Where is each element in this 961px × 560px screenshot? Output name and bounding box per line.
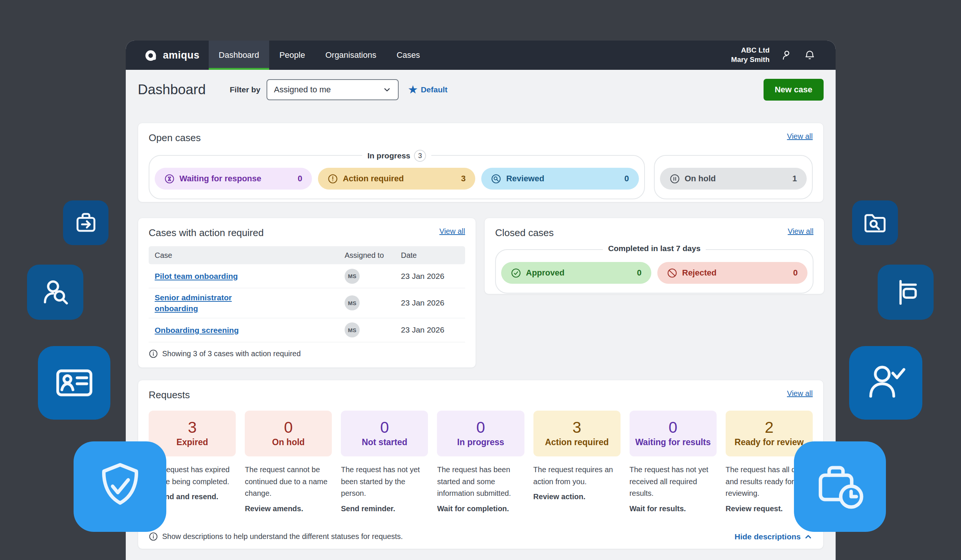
info-icon [149,532,158,541]
block-icon [667,268,677,278]
status-pill-approved[interactable]: Approved 0 [501,262,651,284]
table-row: Senior administrator onboarding MS 23 Ja… [149,288,465,318]
cases-table: Case Assigned to Date Pilot team onboard… [149,246,465,342]
tab-cases[interactable]: Cases [386,40,430,70]
desktop-background: { "nav": { "brand": "amiqus", "tabs": [ … [0,0,961,560]
filter-select[interactable]: Assigned to me [267,79,399,100]
case-link[interactable]: Senior administrator onboarding [155,292,267,314]
request-status-box[interactable]: 0 Waiting for results [630,411,717,456]
alert-circle-icon [328,174,338,184]
request-status-on-hold: 0 On hold The request cannot be continue… [245,411,332,514]
review-magnifier-icon [491,174,501,184]
default-label: Default [421,85,447,94]
amiqus-logo-mark-icon [145,48,159,62]
status-pill-rejected[interactable]: Rejected 0 [657,262,807,284]
closed-cases-card: Closed cases View all Completed in last … [484,218,824,294]
top-nav: amiqus Dashboard People Organisations Ca… [126,40,836,70]
notifications-bell-icon[interactable] [804,50,815,61]
case-date: 23 Jan 2026 [401,298,459,307]
avatar: MS [345,323,360,337]
closed-cases-title: Closed cases [495,227,554,239]
chevron-down-icon [382,85,392,95]
request-status-box[interactable]: 0 In progress [437,411,524,456]
in-progress-group: In progress 3 Waiting for response 0 [149,155,645,199]
person-check-icon [849,346,922,420]
cases-table-header: Case Assigned to Date [149,246,465,264]
star-icon: ★ [408,85,418,95]
case-link[interactable]: Onboarding screening [155,325,267,335]
app-window: amiqus Dashboard People Organisations Ca… [126,40,836,560]
open-cases-title: Open cases [149,132,201,144]
id-card-icon [38,346,110,420]
case-date: 23 Jan 2026 [401,326,459,334]
on-hold-group: On hold 1 [654,155,813,199]
in-progress-legend: In progress 3 [362,150,431,162]
in-progress-count-badge: 3 [414,150,426,162]
briefcase-clock-icon [794,441,886,532]
nav-tabs: Dashboard People Organisations Cases [209,40,430,70]
tab-dashboard[interactable]: Dashboard [209,40,270,70]
request-status-waiting-for-results: 0 Waiting for results The request has no… [630,411,717,514]
request-status-box[interactable]: 3 Action required [534,411,620,456]
brand-name: amiqus [163,50,200,61]
signpost-icon [877,265,934,320]
requests-title: Requests [149,389,190,401]
requests-footer: Show descriptions to help understand the… [149,532,813,541]
requests-view-all-link[interactable]: View all [787,389,813,398]
account-label: ABC Ltd Mary Smith [731,46,770,64]
request-status-action-required: 3 Action required The request requires a… [534,411,620,514]
case-link[interactable]: Pilot team onboarding [155,271,267,281]
cases-table-footer: Showing 3 of 3 cases with action require… [149,349,465,358]
tab-organisations[interactable]: Organisations [315,40,387,70]
request-status-not-started: 0 Not started The request has not yet be… [341,411,428,514]
check-circle-icon [511,268,521,278]
completed-legend: Completed in last 7 days [603,244,706,253]
shield-check-icon [74,441,166,532]
amiqus-logo[interactable]: amiqus [126,40,209,70]
avatar: MS [345,295,360,310]
avatar: MS [345,269,360,284]
closed-cases-view-all-link[interactable]: View all [787,227,813,236]
page-header: Dashboard Filter by Assigned to me ★ Def… [138,77,824,103]
tab-people[interactable]: People [269,40,315,70]
case-date: 23 Jan 2026 [401,272,459,281]
requests-footer-info: Show descriptions to help understand the… [149,532,403,541]
status-pill-waiting-for-response[interactable]: Waiting for response 0 [155,168,312,189]
completed-group: Completed in last 7 days Approved 0 [495,249,813,294]
nav-right: ABC Ltd Mary Smith [731,40,836,70]
filter-select-value: Assigned to me [274,85,331,95]
new-case-button[interactable]: New case [763,79,824,101]
user-name: Mary Smith [731,55,770,64]
info-icon [149,349,158,358]
request-status-box[interactable]: 0 Not started [341,411,428,456]
account-icon[interactable] [781,49,793,61]
request-status-box[interactable]: 0 On hold [245,411,332,456]
org-name: ABC Ltd [731,46,770,55]
open-cases-card: Open cases View all In progress 3 [138,123,824,202]
status-pill-on-hold[interactable]: On hold 1 [660,168,807,189]
status-pill-action-required[interactable]: Action required 3 [318,168,475,189]
open-cases-view-all-link[interactable]: View all [787,132,813,141]
chevron-up-icon [804,532,813,541]
request-status-in-progress: 0 In progress The request has been start… [437,411,524,514]
hide-descriptions-link[interactable]: Hide descriptions [734,532,813,541]
status-pill-reviewed[interactable]: Reviewed 0 [481,168,638,189]
requests-status-grid: 3 Expired The request has expired before… [149,411,813,514]
folder-search-icon [852,201,898,245]
briefcase-arrow-icon [63,201,108,245]
cases-action-required-view-all-link[interactable]: View all [439,227,465,236]
person-search-icon [27,265,84,320]
default-filter-link[interactable]: ★ Default [408,85,447,95]
cases-action-required-card: Cases with action required View all Case… [138,218,476,368]
requests-card: Requests View all 3 Expired The request … [138,380,824,549]
cases-action-required-title: Cases with action required [149,227,264,239]
hourglass-icon [164,174,175,184]
pause-circle-icon [670,174,680,184]
filter-by-label: Filter by [230,85,260,94]
page-title: Dashboard [138,82,206,98]
table-row: Pilot team onboarding MS 23 Jan 2026 [149,264,465,288]
table-row: Onboarding screening MS 23 Jan 2026 [149,318,465,342]
